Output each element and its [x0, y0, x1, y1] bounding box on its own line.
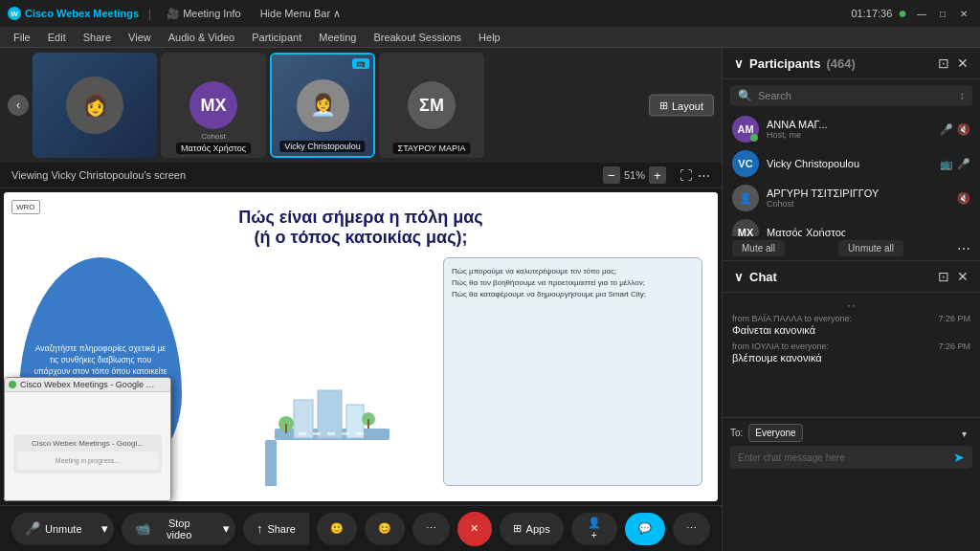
video-group: 📹 Stop video ▾ [122, 513, 235, 545]
unmute-button[interactable]: 🎤 Unmute [11, 513, 96, 545]
chat-text-input[interactable] [738, 452, 949, 463]
participants-strip: ‹ 👩 ΜΧ Cohost Ματσός Χρήστος [0, 48, 722, 163]
menu-help[interactable]: Help [471, 30, 508, 45]
menu-audio-video[interactable]: Audio & Video [161, 30, 243, 45]
unmute-dropdown-button[interactable]: ▾ [96, 513, 114, 545]
hide-menu-button[interactable]: Hide Menu Bar ∧ [255, 6, 346, 22]
chat-input-row: ➤ [730, 446, 972, 469]
menu-meeting[interactable]: Meeting [311, 30, 364, 45]
zoom-control: − 51% + [603, 166, 666, 184]
chat-toggle-button[interactable]: 💬 [625, 513, 665, 545]
video-dropdown-button[interactable]: ▾ [217, 513, 235, 545]
fullscreen-button[interactable]: ⛶ [679, 168, 692, 183]
svg-rect-13 [356, 432, 364, 435]
chat-msg-header-1: from ΒΑΪΑ ΠΑΛΛΑ to everyone: 7:26 PM [732, 314, 970, 323]
maximize-button[interactable]: □ [934, 5, 951, 22]
chat-separator: , , [732, 298, 970, 308]
strip-prev-button[interactable]: ‹ [8, 95, 29, 116]
chat-section: ∨ Chat ⊡ ✕ , , from ΒΑΪΑ ΠΑΛΛΑ to everyo… [723, 260, 980, 551]
participant-item-anna: ΑΜ ANNA ΜΑΓ... Host, me 🎤 🔇 [723, 112, 980, 146]
more-icon: ⋯ [686, 522, 697, 535]
share-button[interactable]: ↑ Share [243, 513, 309, 545]
participant-thumb-vicky[interactable]: 👩‍💼 Vicky Christopoulou 📺 [270, 53, 375, 158]
search-box: 🔍 ↕ [730, 85, 972, 106]
mic-muted-icon-argyri: 🔇 [957, 192, 970, 205]
zoom-decrease-button[interactable]: − [603, 166, 620, 184]
svg-rect-8 [368, 419, 369, 429]
mute-all-button[interactable]: Mute all [732, 240, 785, 256]
end-call-button[interactable]: ✕ [457, 512, 492, 546]
menu-file[interactable]: File [6, 30, 38, 45]
chat-send-button[interactable]: ➤ [953, 450, 965, 465]
participant-role-argyri: Cohost [767, 199, 949, 209]
video-icon: 📹 [135, 521, 150, 536]
svg-rect-6 [285, 424, 287, 433]
participants-header: ∨ Participants (464) ⊡ ✕ [723, 48, 980, 79]
participant-item-matsoos-list: ΜΧ Ματσός Χρήστος [723, 215, 980, 236]
more-options-button[interactable]: ⋯ [698, 168, 710, 183]
more-options-ctrl-button[interactable]: ⋯ [412, 513, 450, 545]
participant-name-argyri: ΑΡΓΥΡΗ ΤΣΙΤΣΙΡΙΓΓΟΥ [767, 187, 949, 199]
floating-chrome-window[interactable]: Cisco Webex Meetings - Google Chrome Cis… [4, 377, 171, 501]
svg-rect-9 [299, 432, 306, 435]
bottom-controls: 🎤 Unmute ▾ 📹 Stop video ▾ [0, 505, 722, 551]
menu-share[interactable]: Share [76, 30, 119, 45]
unmute-all-button[interactable]: Unmute all [838, 240, 903, 256]
menu-breakout[interactable]: Breakout Sessions [366, 30, 469, 45]
participants-more-button[interactable]: ⋯ [957, 240, 970, 256]
participant-icons-vicky: 📺 🎤 [940, 158, 970, 170]
participant-icons-anna: 🎤 🔇 [940, 123, 970, 136]
menu-edit[interactable]: Edit [40, 30, 74, 45]
menu-participant[interactable]: Participant [244, 30, 309, 45]
avatar-matsoos: ΜΧ [189, 81, 237, 129]
stop-video-button[interactable]: 📹 Stop video [122, 513, 217, 545]
chevron-chat-icon: ∨ [734, 270, 744, 284]
popout-chat-button[interactable]: ⊡ [938, 269, 949, 284]
apps-icon: ⊞ [513, 522, 522, 535]
emoji-button[interactable]: 😊 [365, 513, 405, 545]
online-indicator-anna [750, 134, 758, 142]
zoom-increase-button[interactable]: + [649, 166, 666, 184]
svg-rect-1 [265, 440, 277, 486]
reactions-button[interactable]: 🙂 [317, 513, 357, 545]
video-icon-anna: 🔇 [957, 123, 970, 136]
chat-time-1: 7:26 PM [938, 314, 970, 323]
avatar-matsoos-list: ΜΧ [732, 219, 759, 236]
chat-sender-2: from ΙΟΥΛΙΑ to everyone: [732, 342, 829, 351]
title-bar: W Cisco Webex Meetings | 🎥 Meeting Info … [0, 0, 980, 27]
search-input[interactable] [758, 90, 953, 101]
participant-thumb-stavrou[interactable]: ΣΜ ΣΤΑΥΡΟΥ ΜΑΡΙΑ [379, 53, 484, 158]
minimize-button[interactable]: — [913, 5, 930, 22]
thumb-name-vicky: Vicky Christopoulou [279, 141, 365, 152]
layout-button[interactable]: ⊞ Layout [649, 95, 714, 117]
svg-rect-10 [313, 432, 321, 435]
participant-item-vicky: VC Vicky Christopoulou 📺 🎤 [723, 146, 980, 181]
participant-role-anna: Host, me [767, 130, 932, 140]
share-group: ↑ Share [243, 513, 309, 545]
layout-icon: ⊞ [659, 99, 668, 112]
menu-bar: File Edit Share View Audio & Video Parti… [0, 27, 980, 48]
sort-icon[interactable]: ↕ [959, 89, 965, 102]
share-icon: ↑ [256, 521, 263, 536]
close-chat-button[interactable]: ✕ [957, 269, 969, 284]
apps-button[interactable]: ⊞ Apps [500, 513, 564, 545]
select-chevron-icon: ▾ [962, 428, 967, 438]
participant-thumb-matsoos[interactable]: ΜΧ Cohost Ματσός Χρήστος [161, 53, 266, 158]
participants-actions: ⊡ ✕ [938, 55, 969, 71]
popout-participants-button[interactable]: ⊡ [938, 55, 949, 71]
menu-view[interactable]: View [121, 30, 159, 45]
thumb-name-matsoos: Ματσός Χρήστος [176, 143, 251, 154]
chevron-icon: ∨ [734, 56, 744, 71]
chat-to-select[interactable]: Everyone [748, 424, 803, 442]
chat-to-label: To: [730, 428, 743, 438]
add-participant-button[interactable]: 👤+ [571, 513, 617, 545]
participants-title: ∨ Participants (464) [734, 56, 856, 71]
title-bar-right: 01:17:36 ● — □ ✕ [852, 5, 973, 22]
presenting-badge: 📺 [352, 58, 369, 69]
close-participants-button[interactable]: ✕ [957, 55, 969, 71]
close-button[interactable]: ✕ [955, 5, 972, 22]
chat-to-wrapper: Everyone ▾ [748, 424, 972, 442]
more-button[interactable]: ⋯ [673, 513, 710, 545]
participant-thumb-1[interactable]: 👩 [33, 53, 157, 158]
meeting-info-button[interactable]: 🎥 Meeting Info [161, 6, 247, 22]
